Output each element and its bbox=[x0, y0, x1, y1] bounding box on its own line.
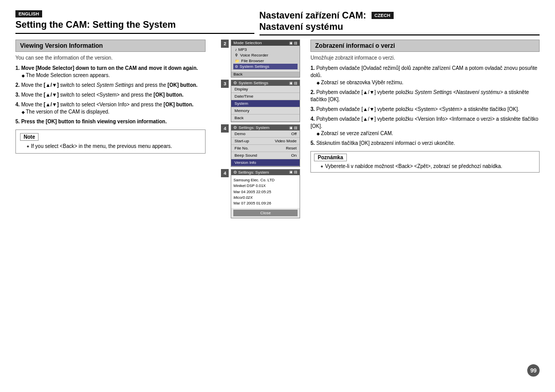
close-button[interactable]: Close bbox=[233, 210, 298, 216]
version-date1: Mar 04 2005 22:05:25 bbox=[233, 189, 298, 195]
screens-area: 2 Mode Selection ▣ ▤ ♪MP3 🎙Voice Recorde… bbox=[221, 40, 300, 382]
note-title: Note bbox=[20, 133, 39, 141]
left-column: Viewing Version Information You can see … bbox=[15, 40, 216, 382]
screen-num-2: 2 bbox=[221, 40, 229, 48]
screen-num-4b: 4 bbox=[221, 169, 229, 177]
english-badge: ENGLISH bbox=[15, 10, 42, 17]
right-section-title-line1: Nastavení zařízení CAM: bbox=[260, 10, 366, 22]
poznamka-box: Poznámka Vyberete-li v nabídce možnost <… bbox=[310, 151, 540, 173]
screen-row-2: 3 ⚙ System Settings ▣ ▤ Display Date/Tim… bbox=[221, 80, 300, 122]
page-header: ENGLISH Setting the CAM: Setting the Sys… bbox=[15, 10, 540, 35]
left-subsection-header: Viewing Version Information bbox=[15, 40, 206, 52]
page-number: 99 bbox=[527, 364, 540, 377]
poznamka-text: Vyberete-li v nabídce možnost <Back> <Zp… bbox=[314, 163, 536, 170]
left-intro: You can see the information of the versi… bbox=[15, 55, 206, 61]
left-header: ENGLISH Setting the CAM: Setting the Sys… bbox=[15, 10, 254, 34]
main-content: Viewing Version Information You can see … bbox=[15, 40, 540, 382]
left-section-title: Setting the CAM: Setting the System bbox=[15, 20, 254, 34]
step-5: 5. Press the [OK] button to finish viewi… bbox=[15, 118, 206, 125]
cz-step-4: 4. Pohybem ovladače [▲/▼] vyberte položk… bbox=[310, 116, 540, 137]
version-fw: Mico/0.02X bbox=[233, 195, 298, 200]
right-section-title-line2: Nastavení systému bbox=[260, 22, 540, 36]
poznamka-title: Poznámka bbox=[314, 154, 346, 161]
cz-step-3: 3. Pohybem ovladače [▲/▼] vyberte položk… bbox=[310, 106, 540, 113]
screen-row-3: 4 ⚙ Settings: System ▣ ▤ DemoOff Start-u… bbox=[221, 124, 300, 167]
version-date2: Mar 07 2005 01:09:26 bbox=[233, 200, 298, 206]
cz-step-1: 1. Pohybem ovladače [Ovladač režimů] dol… bbox=[310, 65, 540, 86]
version-info-screen: ⚙ Settings: System ▣ ▤ Samsung Elec. Co.… bbox=[231, 169, 300, 218]
screen-num-3: 3 bbox=[221, 80, 229, 88]
settings-system-screen: ⚙ Settings: System ▣ ▤ DemoOff Start-upV… bbox=[231, 124, 300, 167]
czech-badge: CZECH bbox=[372, 12, 394, 19]
left-steps: 1. Move [Mode Selector] down to turn on … bbox=[15, 65, 206, 125]
cz-step-2: 2. Pohybem ovladače [▲/▼] vyberte položk… bbox=[310, 89, 540, 103]
step-1: 1. Move [Mode Selector] down to turn on … bbox=[15, 65, 206, 79]
version-company: Samsung Elec. Co. LTD bbox=[233, 177, 298, 183]
version-model: Miniket DSP 0.01X bbox=[233, 183, 298, 189]
step-4: 4. Move the [▲/▼] switch to select <Vers… bbox=[15, 101, 206, 116]
right-intro: Umožňuje zobrazit informace o verzi. bbox=[310, 55, 540, 61]
screen-row-1: 2 Mode Selection ▣ ▤ ♪MP3 🎙Voice Recorde… bbox=[221, 40, 300, 78]
right-column: Zobrazení informací o verzi Umožňuje zob… bbox=[305, 40, 540, 382]
step-2: 2. Move the [▲/▼] switch to select Syste… bbox=[15, 82, 206, 89]
right-subsection-header: Zobrazení informací o verzi bbox=[310, 40, 540, 52]
right-header: Nastavení zařízení CAM: CZECH Nastavení … bbox=[260, 10, 540, 35]
note-text: If you select <Back> in the menu, the pr… bbox=[20, 143, 201, 150]
right-steps: 1. Pohybem ovladače [Ovladač režimů] dol… bbox=[310, 65, 540, 147]
system-settings-screen: ⚙ System Settings ▣ ▤ Display Date/Time … bbox=[231, 80, 300, 122]
mode-selection-screen: Mode Selection ▣ ▤ ♪MP3 🎙Voice Recorder … bbox=[231, 40, 300, 78]
step-3: 3. Move the [▲/▼] switch to select <Syst… bbox=[15, 91, 206, 99]
screen-num-4a: 4 bbox=[221, 124, 229, 133]
screen-row-4: 4 ⚙ Settings: System ▣ ▤ Samsung Elec. C… bbox=[221, 169, 300, 218]
cz-step-5: 5. Stisknutím tlačítka [OK] zobrazení in… bbox=[310, 140, 540, 147]
note-box: Note If you select <Back> in the menu, t… bbox=[15, 129, 206, 154]
